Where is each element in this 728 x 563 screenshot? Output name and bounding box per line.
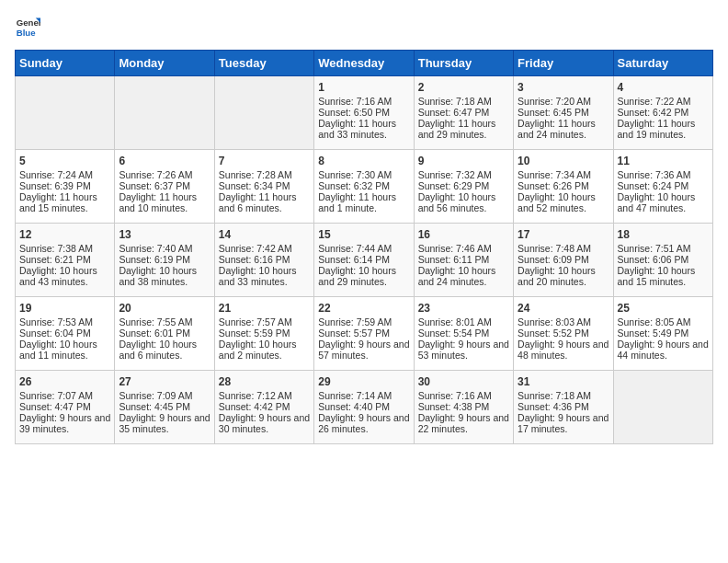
daylight: Daylight: 9 hours and 17 minutes.: [518, 412, 609, 434]
sunrise: Sunrise: 7:34 AM: [518, 169, 591, 180]
header-wednesday: Wednesday: [314, 51, 414, 76]
calendar-cell: [613, 371, 712, 444]
calendar-cell: 8Sunrise: 7:30 AMSunset: 6:32 PMDaylight…: [314, 150, 414, 224]
daylight: Daylight: 9 hours and 44 minutes.: [618, 339, 709, 361]
logo: General Blue: [15, 15, 40, 40]
day-number: 13: [119, 228, 210, 241]
calendar-cell: 19Sunrise: 7:53 AMSunset: 6:04 PMDayligh…: [16, 297, 115, 371]
sunset: Sunset: 4:47 PM: [19, 401, 91, 412]
sunrise: Sunrise: 7:48 AM: [518, 243, 591, 254]
daylight: Daylight: 9 hours and 39 minutes.: [19, 412, 110, 434]
daylight: Daylight: 9 hours and 35 minutes.: [119, 412, 210, 434]
sunset: Sunset: 6:09 PM: [518, 254, 589, 265]
sunset: Sunset: 6:19 PM: [119, 254, 190, 265]
day-number: 31: [518, 375, 609, 388]
sunrise: Sunrise: 7:38 AM: [19, 243, 93, 254]
header-tuesday: Tuesday: [214, 51, 313, 76]
svg-text:Blue: Blue: [17, 28, 36, 38]
sunset: Sunset: 6:34 PM: [219, 180, 290, 191]
day-number: 23: [418, 302, 509, 315]
sunset: Sunset: 5:49 PM: [618, 327, 689, 339]
sunset: Sunset: 6:37 PM: [119, 180, 190, 191]
header-friday: Friday: [514, 51, 613, 76]
sunset: Sunset: 6:14 PM: [318, 254, 390, 265]
calendar-cell: 29Sunrise: 7:14 AMSunset: 4:40 PMDayligh…: [314, 371, 414, 444]
sunrise: Sunrise: 8:03 AM: [518, 316, 591, 327]
daylight: Daylight: 9 hours and 53 minutes.: [418, 339, 509, 361]
daylight: Daylight: 10 hours and 11 minutes.: [19, 339, 97, 361]
daylight: Daylight: 9 hours and 57 minutes.: [318, 339, 409, 361]
sunrise: Sunrise: 8:05 AM: [618, 316, 691, 327]
sunset: Sunset: 6:32 PM: [318, 180, 390, 191]
day-number: 10: [518, 155, 609, 167]
calendar-cell: 30Sunrise: 7:16 AMSunset: 4:38 PMDayligh…: [414, 371, 513, 444]
sunrise: Sunrise: 8:01 AM: [418, 316, 492, 327]
day-number: 5: [19, 155, 110, 167]
daylight: Daylight: 10 hours and 33 minutes.: [219, 265, 297, 287]
daylight: Daylight: 11 hours and 19 minutes.: [618, 118, 696, 140]
calendar-cell: 15Sunrise: 7:44 AMSunset: 6:14 PMDayligh…: [314, 224, 414, 297]
calendar-cell: 22Sunrise: 7:59 AMSunset: 5:57 PMDayligh…: [314, 297, 414, 371]
sunrise: Sunrise: 7:24 AM: [19, 169, 93, 180]
calendar-table: SundayMondayTuesdayWednesdayThursdayFrid…: [15, 50, 713, 444]
sunrise: Sunrise: 7:18 AM: [418, 96, 492, 107]
svg-text:General: General: [17, 17, 40, 28]
daylight: Daylight: 9 hours and 22 minutes.: [418, 412, 509, 434]
sunrise: Sunrise: 7:12 AM: [219, 390, 292, 401]
calendar-header-row: SundayMondayTuesdayWednesdayThursdayFrid…: [16, 51, 713, 76]
day-number: 17: [518, 228, 609, 241]
calendar-cell: [115, 76, 214, 150]
sunset: Sunset: 4:38 PM: [418, 401, 490, 412]
header-monday: Monday: [115, 51, 214, 76]
daylight: Daylight: 11 hours and 6 minutes.: [219, 191, 297, 213]
day-number: 7: [219, 155, 310, 167]
sunset: Sunset: 4:45 PM: [119, 401, 190, 412]
calendar-week-row: 19Sunrise: 7:53 AMSunset: 6:04 PMDayligh…: [16, 297, 713, 371]
calendar-cell: [16, 76, 115, 150]
sunrise: Sunrise: 7:51 AM: [618, 243, 691, 254]
sunrise: Sunrise: 7:55 AM: [119, 316, 192, 327]
sunset: Sunset: 6:21 PM: [19, 254, 91, 265]
sunrise: Sunrise: 7:53 AM: [19, 316, 93, 327]
sunset: Sunset: 6:45 PM: [518, 107, 589, 118]
day-number: 22: [318, 302, 409, 315]
sunset: Sunset: 5:54 PM: [418, 327, 490, 339]
daylight: Daylight: 11 hours and 1 minute.: [318, 191, 396, 213]
day-number: 14: [219, 228, 310, 241]
header-saturday: Saturday: [613, 51, 712, 76]
sunrise: Sunrise: 7:14 AM: [318, 390, 392, 401]
day-number: 26: [19, 375, 110, 388]
header-thursday: Thursday: [414, 51, 513, 76]
calendar-cell: 4Sunrise: 7:22 AMSunset: 6:42 PMDaylight…: [613, 76, 712, 150]
day-number: 29: [318, 375, 409, 388]
calendar-cell: 10Sunrise: 7:34 AMSunset: 6:26 PMDayligh…: [514, 150, 613, 224]
daylight: Daylight: 11 hours and 33 minutes.: [318, 118, 396, 140]
sunset: Sunset: 5:59 PM: [219, 327, 290, 339]
calendar-cell: 25Sunrise: 8:05 AMSunset: 5:49 PMDayligh…: [613, 297, 712, 371]
daylight: Daylight: 9 hours and 48 minutes.: [518, 339, 609, 361]
calendar-cell: 13Sunrise: 7:40 AMSunset: 6:19 PMDayligh…: [115, 224, 214, 297]
calendar-cell: 24Sunrise: 8:03 AMSunset: 5:52 PMDayligh…: [514, 297, 613, 371]
calendar-cell: 14Sunrise: 7:42 AMSunset: 6:16 PMDayligh…: [214, 224, 313, 297]
page-header: General Blue: [15, 15, 713, 40]
daylight: Daylight: 9 hours and 30 minutes.: [219, 412, 310, 434]
daylight: Daylight: 10 hours and 47 minutes.: [618, 191, 696, 213]
daylight: Daylight: 10 hours and 43 minutes.: [19, 265, 97, 287]
day-number: 6: [119, 155, 210, 167]
daylight: Daylight: 11 hours and 29 minutes.: [418, 118, 496, 140]
sunset: Sunset: 4:36 PM: [518, 401, 589, 412]
day-number: 16: [418, 228, 509, 241]
daylight: Daylight: 10 hours and 15 minutes.: [618, 265, 696, 287]
daylight: Daylight: 10 hours and 24 minutes.: [418, 265, 496, 287]
daylight: Daylight: 10 hours and 20 minutes.: [518, 265, 596, 287]
day-number: 2: [418, 81, 509, 94]
day-number: 20: [119, 302, 210, 315]
sunset: Sunset: 6:47 PM: [418, 107, 490, 118]
day-number: 18: [618, 228, 709, 241]
sunset: Sunset: 6:29 PM: [418, 180, 490, 191]
sunrise: Sunrise: 7:44 AM: [318, 243, 392, 254]
calendar-week-row: 1Sunrise: 7:16 AMSunset: 6:50 PMDaylight…: [16, 76, 713, 150]
calendar-cell: 7Sunrise: 7:28 AMSunset: 6:34 PMDaylight…: [214, 150, 313, 224]
sunrise: Sunrise: 7:40 AM: [119, 243, 192, 254]
logo-icon: General Blue: [15, 15, 40, 40]
